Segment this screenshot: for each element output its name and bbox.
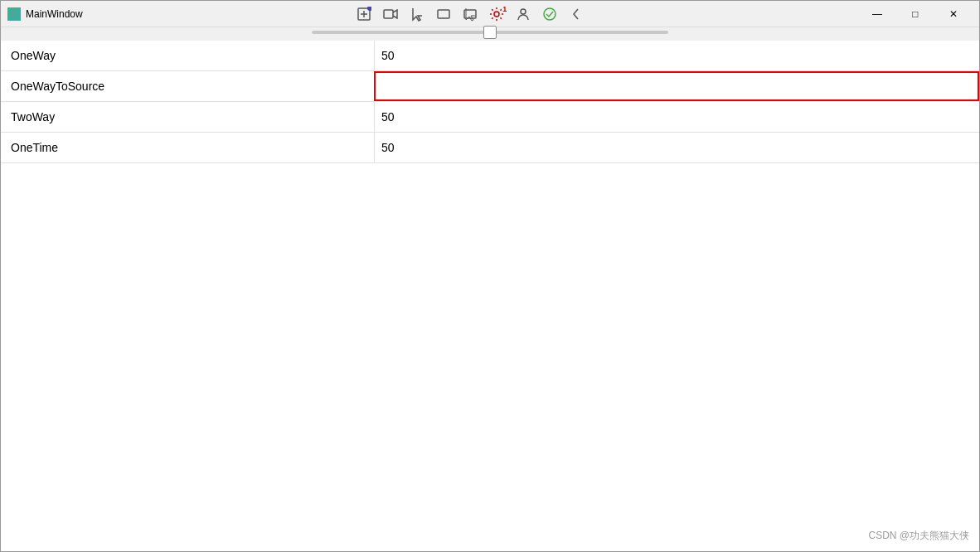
svg-point-11 [521, 9, 526, 14]
slider-container [1, 27, 979, 41]
svg-rect-1 [15, 9, 19, 13]
toolbar-back-btn[interactable] [565, 4, 588, 24]
toolbar-add-btn[interactable] [352, 4, 376, 24]
toolbar-cursor-btn[interactable] [405, 4, 429, 24]
window-title: MainWindow [26, 8, 83, 20]
row-onetime: OneTime [1, 133, 979, 163]
svg-point-10 [494, 12, 499, 17]
input-oneway[interactable] [374, 41, 979, 70]
window-icon [7, 7, 21, 21]
toolbar-select-btn[interactable] [458, 4, 482, 24]
close-button[interactable]: ✕ [934, 1, 973, 27]
label-onewaytosource: OneWayToSource [1, 71, 374, 101]
input-onewaytosource[interactable] [374, 71, 979, 101]
input-onetime[interactable] [374, 133, 979, 162]
minimize-button[interactable]: — [858, 1, 896, 27]
row-oneway: OneWay [1, 41, 979, 71]
title-bar: MainWindow [1, 1, 979, 27]
svg-point-12 [544, 8, 555, 20]
label-onetime: OneTime [1, 133, 374, 162]
input-twoway[interactable] [374, 102, 979, 132]
toolbar-video-btn[interactable] [379, 4, 402, 24]
slider-thumb [483, 26, 497, 39]
row-onewaytosource: OneWayToSource [1, 71, 979, 102]
toolbar-person-btn[interactable] [512, 4, 535, 24]
svg-rect-7 [384, 10, 393, 18]
svg-rect-0 [9, 9, 13, 13]
title-bar-left: MainWindow [7, 7, 83, 21]
center-toolbar: 1 [352, 4, 588, 24]
label-twoway: TwoWay [1, 102, 374, 132]
content-area: OneWay OneWayToSource TwoWay OneTime [1, 41, 979, 551]
window-controls: — □ ✕ [858, 1, 973, 27]
toolbar-gear-btn[interactable]: 1 [485, 4, 508, 24]
maximize-button[interactable]: □ [896, 1, 934, 27]
svg-point-6 [367, 7, 371, 11]
watermark: CSDN @功夫熊猫大侠 [868, 529, 969, 543]
slider-track [312, 31, 668, 34]
row-twoway: TwoWay [1, 102, 979, 133]
label-oneway: OneWay [1, 41, 374, 70]
toolbar-rect-btn[interactable] [432, 4, 455, 24]
svg-rect-8 [438, 10, 449, 18]
svg-rect-2 [9, 15, 13, 19]
toolbar-check-btn[interactable] [538, 4, 561, 24]
main-window: MainWindow [0, 0, 980, 552]
